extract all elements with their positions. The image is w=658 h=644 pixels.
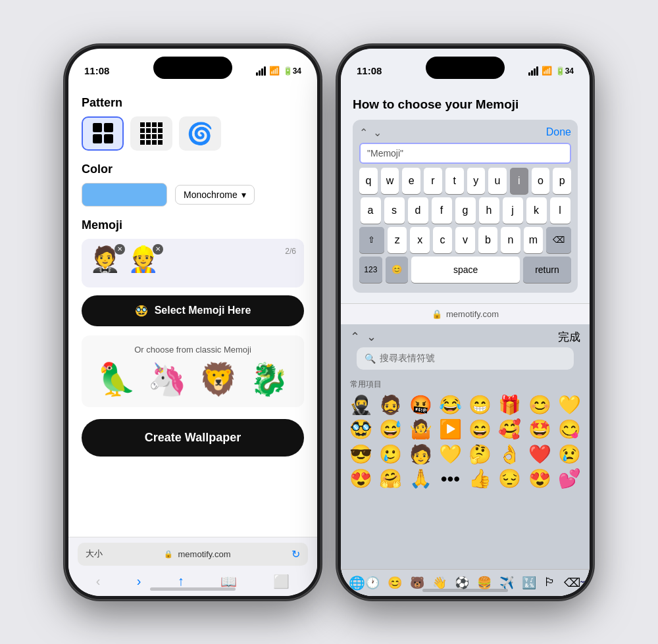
key-o[interactable]: o: [532, 168, 550, 194]
kb-down-arrow[interactable]: ⌄: [373, 126, 382, 139]
emoji-28[interactable]: •••: [437, 468, 464, 490]
select-memoji-btn[interactable]: 🥸 Select Memoji Here: [82, 295, 304, 326]
emoji-29[interactable]: 👍: [467, 468, 494, 490]
key-l[interactable]: l: [550, 197, 570, 224]
food-icon[interactable]: 🍔: [477, 576, 492, 590]
key-s[interactable]: s: [384, 197, 405, 224]
emoji-2[interactable]: 🧔: [377, 394, 404, 416]
key-a[interactable]: a: [361, 197, 381, 224]
memoji-remove-1[interactable]: ✕: [114, 244, 125, 255]
emoji-21[interactable]: 🤔: [467, 443, 494, 466]
key-q[interactable]: q: [359, 168, 378, 194]
classic-emoji-2[interactable]: 🦄: [147, 361, 187, 398]
emoji-24[interactable]: 😢: [556, 443, 583, 466]
pattern-small-grid-btn[interactable]: [130, 116, 172, 151]
emoji-22[interactable]: 👌: [496, 443, 523, 466]
emoji-6[interactable]: 🎁: [496, 394, 523, 416]
key-m[interactable]: m: [524, 227, 543, 253]
emoji-3[interactable]: 🤬: [407, 394, 434, 416]
search-field-kb[interactable]: "Memoji": [359, 143, 571, 164]
emoji-4[interactable]: 😂: [437, 394, 464, 416]
key-x[interactable]: x: [410, 227, 429, 253]
key-return[interactable]: return: [523, 257, 571, 283]
emoji-16[interactable]: 😋: [556, 418, 583, 441]
create-wallpaper-btn[interactable]: Create Wallpaper: [82, 419, 304, 457]
key-u[interactable]: u: [488, 168, 507, 194]
key-f[interactable]: f: [432, 197, 452, 224]
classic-emoji-3[interactable]: 🦁: [199, 361, 238, 398]
emoji-30[interactable]: 😔: [496, 468, 523, 490]
emoji-25[interactable]: 😍: [347, 468, 374, 490]
kb-done-btn[interactable]: Done: [546, 126, 571, 138]
key-shift[interactable]: ⇧: [359, 227, 384, 253]
emoji-15[interactable]: 🤩: [526, 418, 553, 441]
emoji-32[interactable]: 💕: [556, 468, 583, 490]
ball-icon[interactable]: ⚽: [455, 576, 469, 590]
key-i[interactable]: i: [510, 168, 528, 194]
back-btn-1[interactable]: ‹: [96, 574, 101, 589]
emoji-12[interactable]: ▶️: [437, 418, 464, 441]
emoji-7[interactable]: 😊: [526, 394, 553, 416]
key-backspace[interactable]: ⌫: [546, 227, 571, 253]
refresh-icon-1[interactable]: ↻: [291, 548, 300, 560]
tabs-btn-1[interactable]: ⬜: [273, 574, 290, 589]
clock-icon[interactable]: 🕐: [365, 576, 380, 590]
key-v[interactable]: v: [455, 227, 474, 253]
key-n[interactable]: n: [501, 227, 520, 253]
emoji-1[interactable]: 🥷: [347, 394, 374, 416]
smiley-icon[interactable]: 😊: [388, 576, 402, 590]
symbols-icon[interactable]: 🔣: [522, 576, 536, 590]
kb-up-arrow[interactable]: ⌃: [359, 126, 368, 139]
key-b[interactable]: b: [478, 227, 497, 253]
emoji-10[interactable]: 😅: [377, 418, 404, 441]
key-z[interactable]: z: [388, 227, 407, 253]
emoji-19[interactable]: 🧑: [407, 443, 434, 466]
emoji-14[interactable]: 🥰: [496, 418, 523, 441]
forward-btn-1[interactable]: ›: [137, 574, 141, 589]
emoji-9[interactable]: 🥸: [347, 418, 374, 441]
key-w[interactable]: w: [381, 168, 399, 194]
key-e[interactable]: e: [402, 168, 420, 194]
globe-icon[interactable]: 🌐: [349, 575, 365, 591]
emoji-11[interactable]: 🤷: [407, 418, 434, 441]
key-j[interactable]: j: [503, 197, 523, 224]
key-y[interactable]: y: [467, 168, 486, 194]
pattern-large-grid-btn[interactable]: [82, 116, 124, 151]
emoji-31[interactable]: 😍: [526, 468, 553, 490]
key-space[interactable]: space: [411, 257, 519, 283]
memoji-remove-2[interactable]: ✕: [153, 244, 163, 255]
key-g[interactable]: g: [455, 197, 476, 224]
flag-icon[interactable]: 🏳: [544, 576, 556, 590]
key-c[interactable]: c: [433, 227, 452, 253]
emoji-13[interactable]: 😄: [467, 418, 494, 441]
url-bar-1[interactable]: 大小 🔒 memotify.com ↻: [78, 543, 308, 566]
key-h[interactable]: h: [479, 197, 499, 224]
key-emoji[interactable]: 😊: [386, 257, 409, 283]
emoji-up-arrow[interactable]: ⌃: [350, 330, 360, 344]
classic-emoji-1[interactable]: 🦜: [97, 361, 136, 398]
key-d[interactable]: d: [408, 197, 428, 224]
emoji-27[interactable]: 🙏: [407, 468, 434, 490]
hand-icon[interactable]: 👋: [432, 576, 447, 590]
classic-emoji-4[interactable]: 🐉: [249, 361, 289, 398]
emoji-20[interactable]: 💛: [437, 443, 464, 466]
emoji-8[interactable]: 💛: [556, 394, 583, 416]
key-r[interactable]: r: [424, 168, 442, 194]
backspace-emoji-icon[interactable]: ⌫: [564, 576, 580, 590]
animal-icon[interactable]: 🐻: [410, 576, 424, 590]
color-dropdown[interactable]: Monochrome ▾: [175, 185, 255, 205]
key-p[interactable]: p: [553, 168, 571, 194]
emoji-23[interactable]: ❤️: [526, 443, 553, 466]
emoji-18[interactable]: 🥲: [377, 443, 404, 466]
key-t[interactable]: t: [445, 168, 464, 194]
color-swatch[interactable]: [82, 183, 167, 207]
emoji-17[interactable]: 😎: [347, 443, 374, 466]
emoji-down-arrow[interactable]: ⌄: [367, 330, 376, 344]
travel-icon[interactable]: ✈️: [499, 576, 514, 590]
emoji-5[interactable]: 😁: [467, 394, 494, 416]
key-123[interactable]: 123: [359, 257, 382, 283]
emoji-done-btn[interactable]: 完成: [558, 330, 580, 345]
emoji-26[interactable]: 🤗: [377, 468, 404, 490]
pattern-spiral-btn[interactable]: 🌀: [179, 116, 221, 151]
key-k[interactable]: k: [526, 197, 547, 224]
